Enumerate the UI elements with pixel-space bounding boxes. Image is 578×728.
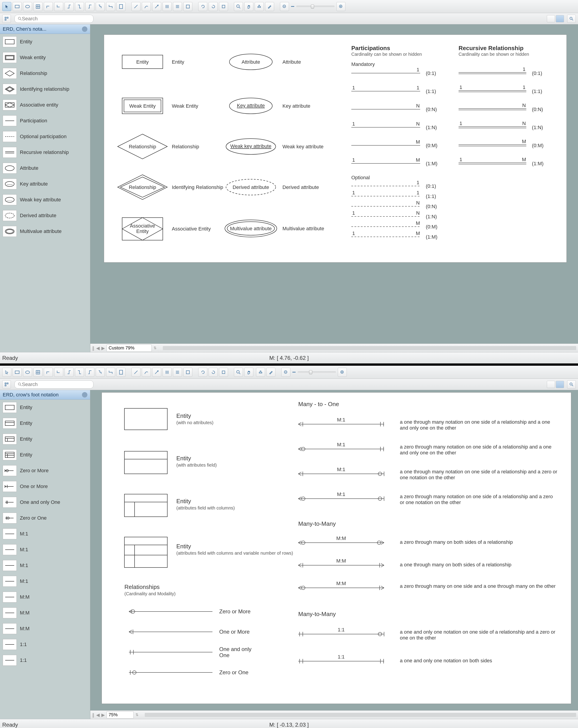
stencil-entity-2[interactable]: Entity — [0, 415, 90, 431]
stencil-relationship[interactable]: Relationship — [0, 66, 90, 81]
search-input[interactable] — [22, 16, 90, 22]
refresh-2[interactable] — [209, 368, 218, 377]
stencil-11-2[interactable]: 1:1 — [0, 652, 90, 668]
connector-5[interactable] — [85, 2, 94, 11]
refresh-3[interactable] — [219, 2, 228, 11]
list-view-icon[interactable] — [547, 15, 555, 22]
pointer-tool[interactable] — [2, 368, 11, 377]
page-nav-prev[interactable]: ◀ — [96, 345, 100, 351]
stencil-entity-1[interactable]: Entity — [0, 399, 90, 415]
grid-view-icon[interactable] — [556, 15, 564, 22]
zoom-in-icon[interactable] — [338, 368, 347, 377]
line-tool[interactable] — [131, 368, 141, 377]
search-input[interactable] — [22, 382, 90, 387]
page-nav-next[interactable]: ▶ — [101, 345, 105, 351]
zoom-thumb[interactable] — [309, 370, 312, 374]
connector-4[interactable] — [75, 2, 84, 11]
list-view-icon[interactable] — [547, 381, 555, 388]
zoom-out-icon[interactable] — [281, 368, 291, 377]
page-nav-start[interactable]: ‖ — [92, 712, 94, 718]
zoom-stepper-icon[interactable]: ⇅ — [153, 346, 156, 350]
connector-3[interactable] — [65, 2, 74, 11]
zoom-input[interactable] — [106, 344, 152, 352]
refresh-1[interactable] — [198, 368, 207, 377]
connector-7[interactable] — [106, 2, 115, 11]
hlines-tool[interactable] — [173, 368, 182, 377]
tree-view-icon[interactable] — [2, 15, 11, 23]
close-icon[interactable] — [82, 26, 87, 32]
arrow-tool[interactable] — [152, 368, 161, 377]
stencil-11-1[interactable]: 1:1 — [0, 636, 90, 652]
hlines-tool[interactable] — [173, 2, 182, 11]
stencil-one-or-more[interactable]: One or More — [0, 478, 90, 494]
zoom-stepper-icon[interactable]: ⇅ — [135, 713, 139, 717]
stencil-participation[interactable]: Participation — [0, 113, 90, 129]
vlines-tool[interactable] — [162, 368, 172, 377]
stencil-identifying-relationship[interactable]: Identifying relationship — [0, 81, 90, 97]
pen-tool[interactable] — [265, 2, 274, 11]
line-tool[interactable] — [131, 2, 141, 11]
refresh-2[interactable] — [209, 2, 218, 11]
ellipse-tool[interactable] — [23, 368, 32, 377]
connector-7[interactable] — [106, 368, 115, 377]
stencil-one-and-only-one[interactable]: One and only One — [0, 494, 90, 510]
refresh-3[interactable] — [219, 368, 228, 377]
page-nav-next[interactable]: ▶ — [101, 712, 105, 718]
stencil-recursive-relationship[interactable]: Recursive relationship — [0, 145, 90, 160]
connector-6[interactable] — [96, 2, 105, 11]
canvas-area[interactable]: Entity Entity Weak Entity Weak Entity Re… — [90, 24, 578, 352]
connector-5[interactable] — [85, 368, 94, 377]
stencil-weak-key-attribute[interactable]: Weak key attribute — [0, 192, 90, 208]
curve-tool[interactable] — [142, 368, 151, 377]
grid-tool[interactable] — [33, 2, 43, 11]
page-nav-start[interactable]: ‖ — [92, 345, 94, 351]
ellipse-tool[interactable] — [23, 2, 32, 11]
zoom-track[interactable] — [298, 371, 336, 373]
grid-tool[interactable] — [33, 368, 43, 377]
search-box[interactable] — [15, 380, 94, 389]
stencil-associative-entity[interactable]: Associative entity — [0, 97, 90, 113]
stencil-weak-entity[interactable]: Weak entity — [0, 50, 90, 66]
vlines-tool[interactable] — [162, 2, 172, 11]
arrow-tool[interactable] — [152, 2, 161, 11]
stamp-tool[interactable] — [256, 368, 265, 377]
stencil-entity-4[interactable]: Entity — [0, 447, 90, 463]
stencil-m1-3[interactable]: M:1 — [0, 557, 90, 573]
zoom-input[interactable] — [106, 711, 134, 719]
hand-tool[interactable] — [244, 368, 253, 377]
pen-tool[interactable] — [267, 368, 275, 377]
zoom-minus[interactable]: − — [292, 369, 296, 376]
rect-tool[interactable] — [12, 368, 22, 377]
zoom-track[interactable] — [296, 6, 335, 7]
curve-tool[interactable] — [142, 2, 151, 11]
zoom-out-icon[interactable] — [280, 2, 289, 11]
stencil-mm-3[interactable]: M:M — [0, 621, 90, 636]
connector-2[interactable] — [54, 368, 63, 377]
close-icon[interactable] — [82, 392, 87, 397]
canvas-area-2[interactable]: Entity (with no attributes) Entity (with… — [90, 390, 578, 719]
zoom-in-icon[interactable] — [336, 2, 346, 11]
connector-1[interactable] — [44, 2, 53, 11]
hand-tool[interactable] — [244, 2, 253, 11]
h-scrollbar[interactable] — [163, 346, 576, 350]
search-panel-icon[interactable] — [567, 15, 576, 23]
stencil-zero-or-one[interactable]: Zero or One — [0, 510, 90, 526]
zoom-search-icon[interactable] — [234, 368, 243, 377]
search-box[interactable] — [15, 15, 94, 23]
tree-view-icon[interactable] — [2, 380, 11, 389]
rect-tool[interactable] — [12, 2, 22, 11]
stencil-m1-1[interactable]: M:1 — [0, 526, 90, 542]
zoom-thumb[interactable] — [311, 4, 314, 8]
stamp-tool[interactable] — [255, 2, 264, 11]
zoom-search-icon[interactable] — [234, 2, 243, 11]
stencil-key-attribute[interactable]: Key attribute — [0, 176, 90, 192]
connector-4[interactable] — [75, 368, 84, 377]
connector-6[interactable] — [96, 368, 105, 377]
stencil-entity[interactable]: Entity — [0, 34, 90, 50]
zoom-minus[interactable]: − — [291, 3, 295, 10]
refresh-1[interactable] — [198, 2, 207, 11]
stencil-attribute[interactable]: Attribute — [0, 160, 90, 176]
stencil-m1-4[interactable]: M:1 — [0, 573, 90, 589]
page-nav-prev[interactable]: ◀ — [96, 712, 100, 718]
stencil-derived-attribute[interactable]: Derived attribute — [0, 208, 90, 224]
